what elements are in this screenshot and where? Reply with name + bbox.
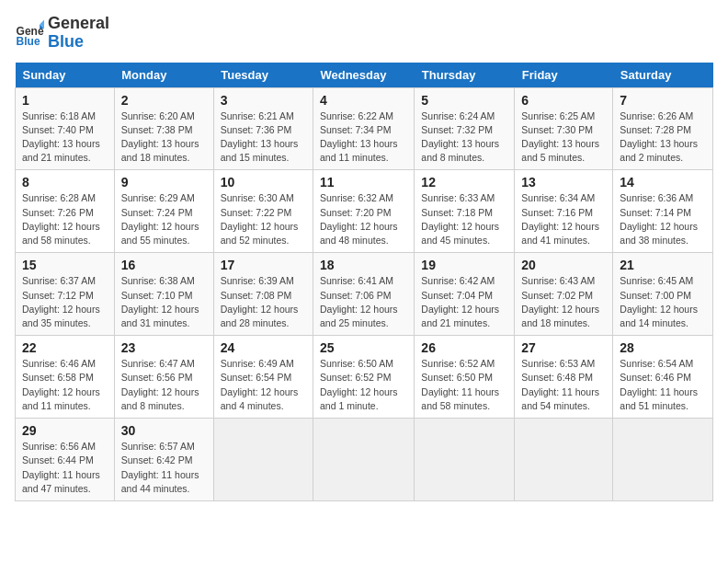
day-number: 22 — [22, 340, 108, 355]
calendar-cell: 29Sunrise: 6:56 AM Sunset: 6:44 PM Dayli… — [16, 419, 115, 501]
day-info: Sunrise: 6:41 AM Sunset: 7:06 PM Dayligh… — [320, 274, 407, 330]
calendar-cell: 2Sunrise: 6:20 AM Sunset: 7:38 PM Daylig… — [114, 87, 213, 170]
calendar-cell: 8Sunrise: 6:28 AM Sunset: 7:26 PM Daylig… — [16, 170, 115, 253]
day-number: 18 — [320, 258, 407, 272]
calendar-cell: 27Sunrise: 6:53 AM Sunset: 6:48 PM Dayli… — [515, 336, 613, 419]
calendar-cell: 7Sunrise: 6:26 AM Sunset: 7:28 PM Daylig… — [613, 87, 713, 170]
day-number: 9 — [121, 175, 207, 190]
calendar-body: 1Sunrise: 6:18 AM Sunset: 7:40 PM Daylig… — [16, 87, 713, 500]
day-info: Sunrise: 6:29 AM Sunset: 7:24 PM Dayligh… — [121, 191, 207, 247]
day-number: 11 — [320, 175, 407, 190]
page-header: General Blue General Blue — [15, 15, 713, 52]
calendar-week-0: 1Sunrise: 6:18 AM Sunset: 7:40 PM Daylig… — [16, 87, 713, 170]
calendar-cell: 21Sunrise: 6:45 AM Sunset: 7:00 PM Dayli… — [613, 253, 713, 336]
day-info: Sunrise: 6:53 AM Sunset: 6:48 PM Dayligh… — [521, 357, 606, 413]
day-info: Sunrise: 6:38 AM Sunset: 7:10 PM Dayligh… — [121, 274, 207, 330]
day-info: Sunrise: 6:56 AM Sunset: 6:44 PM Dayligh… — [22, 440, 108, 496]
day-number: 7 — [620, 93, 706, 108]
logo: General Blue General Blue — [15, 15, 109, 52]
day-info: Sunrise: 6:37 AM Sunset: 7:12 PM Dayligh… — [22, 274, 108, 330]
day-info: Sunrise: 6:34 AM Sunset: 7:16 PM Dayligh… — [521, 191, 606, 247]
day-number: 3 — [221, 93, 306, 108]
calendar-cell: 5Sunrise: 6:24 AM Sunset: 7:32 PM Daylig… — [415, 87, 515, 170]
calendar-cell — [415, 419, 515, 501]
day-info: Sunrise: 6:24 AM Sunset: 7:32 PM Dayligh… — [421, 109, 507, 166]
day-info: Sunrise: 6:33 AM Sunset: 7:18 PM Dayligh… — [421, 191, 507, 247]
calendar-cell: 6Sunrise: 6:25 AM Sunset: 7:30 PM Daylig… — [515, 87, 613, 170]
calendar-cell: 17Sunrise: 6:39 AM Sunset: 7:08 PM Dayli… — [213, 253, 313, 336]
day-number: 24 — [221, 340, 306, 355]
day-info: Sunrise: 6:20 AM Sunset: 7:38 PM Dayligh… — [121, 109, 207, 166]
calendar-week-1: 8Sunrise: 6:28 AM Sunset: 7:26 PM Daylig… — [16, 170, 713, 253]
day-number: 25 — [320, 340, 407, 355]
day-info: Sunrise: 6:30 AM Sunset: 7:22 PM Dayligh… — [221, 191, 306, 247]
calendar-cell: 20Sunrise: 6:43 AM Sunset: 7:02 PM Dayli… — [515, 253, 613, 336]
day-number: 23 — [121, 340, 207, 355]
day-number: 1 — [22, 93, 108, 108]
calendar-cell: 26Sunrise: 6:52 AM Sunset: 6:50 PM Dayli… — [415, 336, 515, 419]
day-number: 6 — [521, 93, 606, 108]
calendar-week-4: 29Sunrise: 6:56 AM Sunset: 6:44 PM Dayli… — [16, 419, 713, 501]
calendar-cell — [613, 419, 713, 501]
day-info: Sunrise: 6:57 AM Sunset: 6:42 PM Dayligh… — [121, 440, 207, 496]
calendar-cell — [515, 419, 613, 501]
day-number: 8 — [22, 175, 108, 190]
day-number: 19 — [421, 258, 507, 272]
day-number: 13 — [521, 175, 606, 190]
day-info: Sunrise: 6:26 AM Sunset: 7:28 PM Dayligh… — [620, 109, 706, 166]
weekday-monday: Monday — [114, 63, 213, 88]
day-info: Sunrise: 6:43 AM Sunset: 7:02 PM Dayligh… — [521, 274, 606, 330]
day-info: Sunrise: 6:39 AM Sunset: 7:08 PM Dayligh… — [221, 274, 306, 330]
day-info: Sunrise: 6:47 AM Sunset: 6:56 PM Dayligh… — [121, 357, 207, 413]
calendar-cell: 11Sunrise: 6:32 AM Sunset: 7:20 PM Dayli… — [313, 170, 414, 253]
day-number: 26 — [421, 340, 507, 355]
day-number: 5 — [421, 93, 507, 108]
calendar-cell: 14Sunrise: 6:36 AM Sunset: 7:14 PM Dayli… — [613, 170, 713, 253]
calendar-cell: 3Sunrise: 6:21 AM Sunset: 7:36 PM Daylig… — [213, 87, 313, 170]
day-number: 20 — [521, 258, 606, 272]
calendar-cell: 9Sunrise: 6:29 AM Sunset: 7:24 PM Daylig… — [114, 170, 213, 253]
day-info: Sunrise: 6:36 AM Sunset: 7:14 PM Dayligh… — [620, 191, 706, 247]
calendar-cell: 13Sunrise: 6:34 AM Sunset: 7:16 PM Dayli… — [515, 170, 613, 253]
calendar-cell — [313, 419, 414, 501]
svg-text:Blue: Blue — [17, 35, 40, 48]
calendar-cell: 25Sunrise: 6:50 AM Sunset: 6:52 PM Dayli… — [313, 336, 414, 419]
day-number: 27 — [521, 340, 606, 355]
day-number: 14 — [620, 175, 706, 190]
calendar-cell: 22Sunrise: 6:46 AM Sunset: 6:58 PM Dayli… — [16, 336, 115, 419]
day-info: Sunrise: 6:22 AM Sunset: 7:34 PM Dayligh… — [320, 109, 407, 166]
calendar-cell: 28Sunrise: 6:54 AM Sunset: 6:46 PM Dayli… — [613, 336, 713, 419]
calendar-cell: 24Sunrise: 6:49 AM Sunset: 6:54 PM Dayli… — [213, 336, 313, 419]
calendar-cell: 19Sunrise: 6:42 AM Sunset: 7:04 PM Dayli… — [415, 253, 515, 336]
day-number: 15 — [22, 258, 108, 272]
day-number: 21 — [620, 258, 706, 272]
day-number: 30 — [121, 423, 207, 438]
day-info: Sunrise: 6:25 AM Sunset: 7:30 PM Dayligh… — [521, 109, 606, 166]
day-info: Sunrise: 6:50 AM Sunset: 6:52 PM Dayligh… — [320, 357, 407, 413]
weekday-thursday: Thursday — [415, 63, 515, 88]
day-number: 10 — [221, 175, 306, 190]
weekday-header-row: SundayMondayTuesdayWednesdayThursdayFrid… — [16, 63, 713, 88]
logo-text: General Blue — [48, 15, 109, 52]
calendar-cell: 16Sunrise: 6:38 AM Sunset: 7:10 PM Dayli… — [114, 253, 213, 336]
day-info: Sunrise: 6:18 AM Sunset: 7:40 PM Dayligh… — [22, 109, 108, 166]
calendar-cell: 18Sunrise: 6:41 AM Sunset: 7:06 PM Dayli… — [313, 253, 414, 336]
logo-icon: General Blue — [15, 18, 44, 48]
day-number: 4 — [320, 93, 407, 108]
day-number: 16 — [121, 258, 207, 272]
weekday-saturday: Saturday — [613, 63, 713, 88]
day-info: Sunrise: 6:42 AM Sunset: 7:04 PM Dayligh… — [421, 274, 507, 330]
calendar-table: SundayMondayTuesdayWednesdayThursdayFrid… — [15, 63, 713, 501]
day-number: 17 — [221, 258, 306, 272]
weekday-friday: Friday — [515, 63, 613, 88]
day-number: 29 — [22, 423, 108, 438]
calendar-cell: 15Sunrise: 6:37 AM Sunset: 7:12 PM Dayli… — [16, 253, 115, 336]
weekday-sunday: Sunday — [16, 63, 115, 88]
calendar-cell: 12Sunrise: 6:33 AM Sunset: 7:18 PM Dayli… — [415, 170, 515, 253]
calendar-cell: 4Sunrise: 6:22 AM Sunset: 7:34 PM Daylig… — [313, 87, 414, 170]
day-number: 2 — [121, 93, 207, 108]
calendar-cell — [213, 419, 313, 501]
calendar-week-2: 15Sunrise: 6:37 AM Sunset: 7:12 PM Dayli… — [16, 253, 713, 336]
day-info: Sunrise: 6:45 AM Sunset: 7:00 PM Dayligh… — [620, 274, 706, 330]
day-info: Sunrise: 6:54 AM Sunset: 6:46 PM Dayligh… — [620, 357, 706, 413]
